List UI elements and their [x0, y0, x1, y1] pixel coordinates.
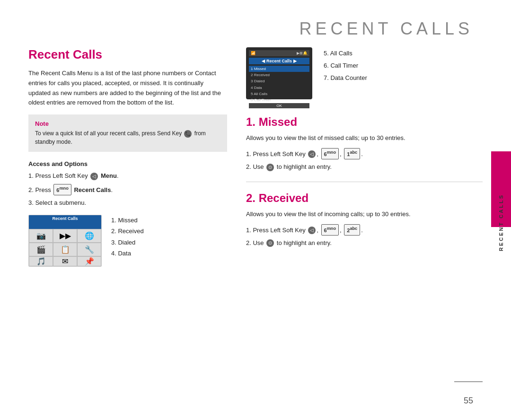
- key-6mno-received: 6mno: [321, 224, 339, 236]
- submenu-item-1: 1. Missed: [111, 215, 144, 226]
- top-item-5: 5. All Calls: [324, 47, 367, 60]
- phone-item-2: 2 Received: [249, 72, 309, 78]
- section-1-step-2: 2. Use ⊙ to highlight an entry.: [246, 162, 483, 172]
- phone-item-1: 1 Missed: [249, 66, 309, 72]
- key-6mno-missed: 6mno: [321, 148, 339, 159]
- step-1: 1. Press Left Soft Key ◁ Menu.: [28, 171, 227, 181]
- phone-screen-footer: OK: [249, 103, 309, 108]
- img-cell-5: 📋: [53, 243, 77, 256]
- section-2-heading: 2. Received: [246, 192, 483, 205]
- key-6mno: 6mno: [53, 184, 71, 195]
- phone-screen-header: 📶▶⊠🔔: [249, 50, 309, 56]
- top-items-list: 5. All Calls 6. Call Timer 7. Data Count…: [324, 47, 367, 84]
- step-3: 3. Select a submenu.: [28, 198, 227, 208]
- sidebar: RECENT CALLS: [491, 0, 511, 420]
- img-cell-4: 🎬: [29, 243, 53, 256]
- top-item-6: 6. Call Timer: [324, 60, 367, 72]
- note-box: Note To view a quick list of all your re…: [28, 114, 227, 152]
- img-header: Recent Calls: [29, 215, 101, 229]
- submenu-item-2: 2. Received: [111, 226, 144, 236]
- submenu-item-3: 3. Dialed: [111, 237, 144, 248]
- section-2-step-2: 2. Use ⊙ to highlight an entry.: [246, 238, 483, 248]
- phone-item-6: 6 Call Timer: [249, 97, 309, 103]
- section-1-step-1: 1. Press Left Soft Key ◁, 6mno, 1abc.: [246, 148, 483, 159]
- right-column: 📶▶⊠🔔 ◀ Recent Calls ▶ 1 Missed 2 Receive…: [246, 47, 483, 392]
- intro-text: The Recent Calls Menu is a list of the l…: [28, 69, 227, 108]
- send-key-icon: 📞: [184, 130, 192, 138]
- note-text: To view a quick list of all your recent …: [35, 129, 220, 146]
- phone-screen-mock: 📶▶⊠🔔 ◀ Recent Calls ▶ 1 Missed 2 Receive…: [246, 47, 312, 99]
- step-2: 2. Press 6mno Recent Calls.: [28, 184, 227, 195]
- recent-calls-image: Recent Calls 📷 ▶▶ 🌐 🎬 📋 🔧 🎵 ✉ 📌: [28, 215, 102, 267]
- section-2-step-1: 1. Press Left Soft Key ◁, 6mno, 2abc.: [246, 224, 483, 236]
- phone-screen-title: ◀ Recent Calls ▶: [249, 58, 309, 64]
- submenu-list: 1. Missed 2. Received 3. Dialed 4. Data: [111, 215, 144, 259]
- img-cell-6: 🔧: [77, 243, 101, 256]
- section-divider: [246, 182, 483, 182]
- phone-item-4: 4 Data: [249, 85, 309, 91]
- soft-key-icon-1: ◁: [308, 150, 316, 158]
- left-column: Recent Calls The Recent Calls Menu is a …: [28, 47, 227, 392]
- img-cell-2: ▶▶: [53, 229, 77, 243]
- page-number: 55: [464, 396, 473, 406]
- main-content: Recent Calls The Recent Calls Menu is a …: [28, 47, 483, 392]
- section-2-body: Allows you to view the list of incoming …: [246, 210, 483, 219]
- section-title-recent-calls: Recent Calls: [28, 47, 227, 62]
- access-options-title: Access and Options: [28, 160, 227, 167]
- note-label: Note: [35, 120, 220, 127]
- submenu-item-4: 4. Data: [111, 248, 144, 259]
- soft-key-icon-2: ◁: [308, 227, 316, 234]
- img-cell-9: 📌: [77, 256, 101, 266]
- soft-key-icon: ◁: [90, 173, 98, 180]
- img-cell-1: 📷: [29, 229, 53, 243]
- key-2abc-received: 2abc: [344, 224, 360, 236]
- nav-icon-2: ⊙: [266, 239, 274, 247]
- img-cell-3: 🌐: [77, 229, 101, 243]
- img-cell-8: ✉: [53, 256, 77, 266]
- img-cell-7: 🎵: [29, 256, 53, 266]
- section-1-heading: 1. Missed: [246, 115, 483, 129]
- section-1-body: Allows you to view the list of missed ca…: [246, 133, 483, 143]
- top-item-7: 7. Data Counter: [324, 72, 367, 84]
- phone-item-5: 5 All Calls: [249, 91, 309, 97]
- key-1abc-missed: 1abc: [344, 148, 360, 159]
- nav-icon-1: ⊙: [266, 164, 274, 171]
- right-top-area: 📶▶⊠🔔 ◀ Recent Calls ▶ 1 Missed 2 Receive…: [246, 47, 483, 106]
- sidebar-text: RECENT CALLS: [491, 128, 511, 317]
- phone-item-3: 3 Dialed: [249, 78, 309, 84]
- page-header-title: RECENT CALLS: [300, 19, 473, 39]
- submenu-area: Recent Calls 📷 ▶▶ 🌐 🎬 📋 🔧 🎵 ✉ 📌 1. Misse…: [28, 215, 227, 273]
- access-steps: 1. Press Left Soft Key ◁ Menu. 2. Press …: [28, 171, 227, 208]
